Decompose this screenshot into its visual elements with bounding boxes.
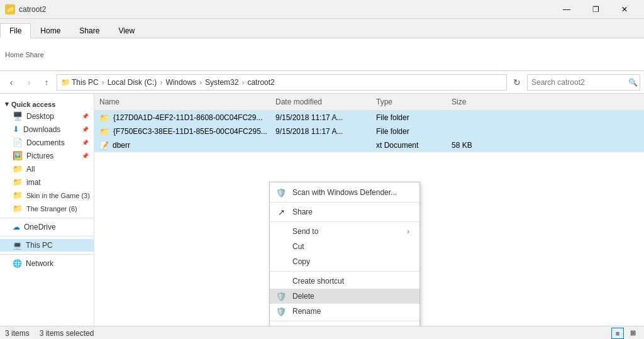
ctx-item-properties[interactable]: Properties bbox=[270, 323, 419, 326]
back-button[interactable]: ‹ bbox=[4, 75, 19, 90]
ctx-label: Cut bbox=[292, 242, 304, 251]
bc-windows[interactable]: Windows bbox=[165, 78, 196, 87]
folder-icon: 📁 bbox=[13, 191, 23, 200]
context-menu: 🛡️ Scan with Windows Defender... ↗ Share… bbox=[269, 182, 420, 326]
ctx-item-sendto[interactable]: Send to › bbox=[270, 224, 419, 239]
file-name: {F750E6C3-38EE-11D1-85E5-00C04FC295... bbox=[113, 127, 267, 136]
tab-file[interactable]: File bbox=[0, 23, 31, 38]
sidebar-item-imat[interactable]: 📁 imat bbox=[0, 175, 94, 189]
pin-icon: 📌 bbox=[82, 126, 89, 133]
up-button[interactable]: ↑ bbox=[39, 75, 54, 90]
file-date-cell: 9/15/2018 11:17 A... bbox=[270, 113, 371, 123]
file-list-header: Name Date modified Type Size bbox=[94, 94, 644, 111]
search-button[interactable]: 🔍 bbox=[628, 78, 638, 87]
ctx-separator bbox=[270, 202, 419, 203]
sidebar-section-network: 🌐 Network bbox=[0, 256, 94, 271]
ctx-item-cut[interactable]: Cut bbox=[270, 239, 419, 254]
ribbon-placeholder: Home Share bbox=[5, 51, 44, 58]
folder-icon: 📁 bbox=[13, 177, 23, 187]
sidebar-item-onedrive[interactable]: ☁ OneDrive bbox=[0, 221, 94, 233]
forward-button[interactable]: › bbox=[21, 75, 36, 90]
close-button[interactable]: ✕ bbox=[610, 0, 639, 19]
sidebar-item-label: The Stranger (6) bbox=[26, 205, 77, 213]
col-header-type[interactable]: Type bbox=[371, 96, 447, 108]
sidebar-item-documents[interactable]: 📄 Documents 📌 bbox=[0, 136, 94, 149]
search-input[interactable] bbox=[527, 74, 640, 91]
ctx-item-create-shortcut[interactable]: Create shortcut bbox=[270, 274, 419, 289]
sidebar-item-downloads[interactable]: ⬇ Downloads 📌 bbox=[0, 123, 94, 136]
bc-catroot2[interactable]: catroot2 bbox=[247, 78, 274, 87]
chevron-icon: ▾ bbox=[5, 100, 9, 108]
sidebar-section-thispc: 💻 This PC bbox=[0, 238, 94, 253]
breadcrumb-text: 📁 This PC › Local Disk (C:) › Windows › … bbox=[61, 78, 275, 87]
sidebar-item-pictures[interactable]: 🖼️ Pictures 📌 bbox=[0, 149, 94, 162]
sidebar-item-label: Pictures bbox=[26, 152, 53, 160]
ctx-label: Rename bbox=[292, 307, 321, 316]
bc-thispc[interactable]: This PC bbox=[72, 78, 99, 87]
sidebar: ▾ Quick access 🖥️ Desktop 📌 ⬇ Downloads … bbox=[0, 94, 94, 326]
thispc-icon: 💻 bbox=[13, 241, 22, 250]
col-header-size[interactable]: Size bbox=[447, 96, 497, 108]
ctx-item-delete[interactable]: 🛡️ Delete bbox=[270, 289, 419, 304]
file-size-cell: 58 KB bbox=[447, 140, 497, 150]
pin-icon: 📌 bbox=[82, 140, 89, 146]
sidebar-item-label: Skin in the Game (3) bbox=[26, 192, 90, 199]
address-bar: ‹ › ↑ 📁 This PC › Local Disk (C:) › Wind… bbox=[0, 71, 644, 94]
ctx-label: Delete bbox=[292, 292, 314, 301]
ctx-separator bbox=[270, 271, 419, 272]
ctx-item-scan[interactable]: 🛡️ Scan with Windows Defender... bbox=[270, 185, 419, 200]
refresh-button[interactable]: ↻ bbox=[509, 75, 525, 90]
col-header-date[interactable]: Date modified bbox=[270, 96, 371, 108]
ctx-separator bbox=[270, 221, 419, 222]
tab-view[interactable]: View bbox=[109, 23, 144, 38]
folder-icon: 📁 bbox=[13, 204, 23, 213]
sidebar-item-label: This PC bbox=[26, 241, 53, 250]
sidebar-header-quickaccess[interactable]: ▾ Quick access bbox=[0, 97, 94, 109]
sidebar-item-network[interactable]: 🌐 Network bbox=[0, 257, 94, 270]
col-header-name[interactable]: Name bbox=[94, 96, 270, 108]
details-view-button[interactable]: ≡ bbox=[611, 328, 624, 339]
rename-icon: 🛡️ bbox=[276, 307, 286, 316]
restore-button[interactable]: ❐ bbox=[581, 0, 610, 19]
sidebar-item-label: imat bbox=[26, 178, 41, 187]
ctx-label: Scan with Windows Defender... bbox=[292, 188, 397, 197]
minimize-button[interactable]: — bbox=[552, 0, 581, 19]
large-icons-view-button[interactable]: ⊞ bbox=[626, 328, 639, 339]
tab-home[interactable]: Home bbox=[31, 23, 70, 38]
file-name: dberr bbox=[113, 141, 130, 150]
sidebar-item-skin[interactable]: 📁 Skin in the Game (3) bbox=[0, 189, 94, 202]
ctx-label: Send to bbox=[292, 227, 318, 236]
pictures-icon: 🖼️ bbox=[13, 151, 23, 160]
table-row[interactable]: 📝 dberr xt Document 58 KB bbox=[94, 138, 644, 152]
status-bar: 3 items 3 items selected ≡ ⊞ bbox=[0, 326, 644, 339]
file-type-cell: File folder bbox=[371, 113, 447, 123]
file-size-cell bbox=[447, 131, 497, 132]
sidebar-item-stranger[interactable]: 📁 The Stranger (6) bbox=[0, 202, 94, 215]
breadcrumb[interactable]: 📁 This PC › Local Disk (C:) › Windows › … bbox=[57, 74, 507, 91]
table-row[interactable]: 📁 {F750E6C3-38EE-11D1-85E5-00C04FC295...… bbox=[94, 125, 644, 138]
documents-icon: 📄 bbox=[13, 138, 23, 147]
ribbon-tabs: File Home Share View bbox=[0, 19, 644, 38]
file-name: {127D0A1D-4EF2-11D1-8608-00C04FC29... bbox=[113, 113, 262, 122]
file-name-cell: 📁 {127D0A1D-4EF2-11D1-8608-00C04FC29... bbox=[94, 113, 270, 123]
delete-icon: 🛡️ bbox=[276, 292, 286, 301]
bc-system32[interactable]: System32 bbox=[205, 78, 238, 87]
sidebar-item-desktop[interactable]: 🖥️ Desktop 📌 bbox=[0, 109, 94, 123]
ctx-item-rename[interactable]: 🛡️ Rename bbox=[270, 304, 419, 319]
desktop-icon: 🖥️ bbox=[13, 111, 23, 121]
pin-icon: 📌 bbox=[82, 113, 89, 119]
file-type-cell: File folder bbox=[371, 126, 447, 136]
ctx-item-share[interactable]: ↗ Share bbox=[270, 204, 419, 220]
bc-localdisk[interactable]: Local Disk (C:) bbox=[108, 78, 157, 87]
sidebar-item-all[interactable]: 📁 All bbox=[0, 162, 94, 175]
sidebar-item-thispc[interactable]: 💻 This PC bbox=[0, 239, 94, 252]
window-icon: 📁 bbox=[5, 4, 15, 14]
ctx-item-copy[interactable]: Copy bbox=[270, 254, 419, 269]
item-count: 3 items bbox=[5, 329, 30, 338]
sidebar-section-onedrive: ☁ OneDrive bbox=[0, 220, 94, 235]
share-icon: ↗ bbox=[276, 208, 286, 217]
file-name-cell: 📝 dberr bbox=[94, 140, 270, 150]
file-date-cell bbox=[270, 145, 371, 146]
table-row[interactable]: 📁 {127D0A1D-4EF2-11D1-8608-00C04FC29... … bbox=[94, 111, 644, 125]
tab-share[interactable]: Share bbox=[70, 23, 109, 38]
